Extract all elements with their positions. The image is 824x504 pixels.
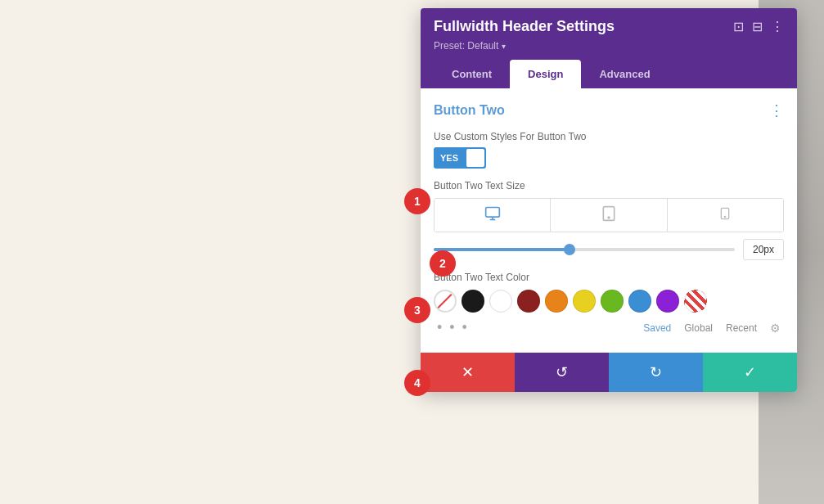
slider-value[interactable]: 20px bbox=[743, 239, 784, 260]
global-tab[interactable]: Global bbox=[684, 322, 713, 334]
undo-button[interactable]: ↺ bbox=[515, 353, 609, 392]
color-swatch-purple[interactable] bbox=[656, 290, 679, 313]
panel-header-icons: ⊡ ⊟ ⋮ bbox=[733, 19, 784, 34]
dots-saved-row: • • • Saved Global Recent ⚙ bbox=[434, 313, 784, 340]
toggle-row: Use Custom Styles For Button Two YES bbox=[434, 131, 784, 169]
size-desktop-btn[interactable] bbox=[435, 199, 551, 232]
size-label: Button Two Text Size bbox=[434, 180, 784, 191]
color-swatch-yellow[interactable] bbox=[573, 290, 596, 313]
minimize-icon[interactable]: ⊡ bbox=[733, 19, 744, 34]
panel-header-top: Fullwidth Header Settings ⊡ ⊟ ⋮ bbox=[434, 18, 784, 35]
color-row bbox=[434, 290, 784, 313]
badge-1: 1 bbox=[404, 188, 430, 214]
size-mobile-btn[interactable] bbox=[668, 199, 783, 232]
color-swatch-striped[interactable] bbox=[684, 290, 707, 313]
expand-icon[interactable]: ⊟ bbox=[752, 19, 763, 34]
slider-fill bbox=[434, 248, 570, 251]
redo-button[interactable]: ↻ bbox=[609, 353, 703, 392]
svg-point-6 bbox=[725, 216, 726, 217]
color-swatch-green[interactable] bbox=[601, 290, 624, 313]
cancel-button[interactable]: ✕ bbox=[421, 353, 515, 392]
settings-panel: Fullwidth Header Settings ⊡ ⊟ ⋮ Preset: … bbox=[421, 8, 797, 392]
panel-preset[interactable]: Preset: Default ▾ bbox=[434, 40, 784, 52]
section-header: Button Two ⋮ bbox=[434, 101, 784, 119]
color-swatch-black[interactable] bbox=[462, 290, 484, 313]
gear-icon[interactable]: ⚙ bbox=[770, 322, 781, 335]
badge-4: 4 bbox=[404, 370, 430, 396]
slider-thumb[interactable] bbox=[564, 244, 575, 255]
tab-design[interactable]: Design bbox=[510, 60, 581, 88]
three-dots[interactable]: • • • bbox=[437, 319, 469, 336]
size-tablet-btn[interactable] bbox=[551, 199, 667, 232]
color-swatch-blue[interactable] bbox=[628, 290, 651, 313]
panel-header: Fullwidth Header Settings ⊡ ⊟ ⋮ Preset: … bbox=[421, 8, 797, 88]
color-swatch-orange[interactable] bbox=[545, 290, 568, 313]
panel-body: Button Two ⋮ Use Custom Styles For Butto… bbox=[421, 88, 797, 353]
slider-track[interactable] bbox=[434, 248, 735, 251]
color-swatch-white[interactable] bbox=[489, 290, 512, 313]
more-icon[interactable]: ⋮ bbox=[771, 19, 784, 34]
toggle-slider-thumb bbox=[466, 149, 484, 167]
slider-row: 20px bbox=[434, 239, 784, 260]
color-label: Button Two Text Color bbox=[434, 272, 784, 283]
tab-content[interactable]: Content bbox=[434, 60, 510, 88]
color-swatch-transparent[interactable] bbox=[434, 290, 457, 313]
saved-row: Saved Global Recent ⚙ bbox=[643, 322, 781, 335]
action-bar: ✕ ↺ ↻ ✓ bbox=[421, 353, 797, 392]
color-swatch-brown-red[interactable] bbox=[517, 290, 540, 313]
badge-2: 2 bbox=[430, 250, 456, 277]
panel-tabs: Content Design Advanced bbox=[434, 60, 784, 88]
panel-title: Fullwidth Header Settings bbox=[434, 18, 615, 35]
saved-tab[interactable]: Saved bbox=[643, 322, 671, 334]
recent-tab[interactable]: Recent bbox=[726, 322, 757, 334]
preset-arrow: ▾ bbox=[502, 42, 506, 51]
toggle-label: Use Custom Styles For Button Two bbox=[434, 131, 784, 142]
toggle-switch[interactable]: YES bbox=[434, 147, 486, 169]
section-menu-icon[interactable]: ⋮ bbox=[769, 101, 784, 119]
svg-point-4 bbox=[608, 217, 610, 218]
section-title: Button Two bbox=[434, 103, 505, 118]
save-button[interactable]: ✓ bbox=[703, 353, 797, 392]
size-icons-row bbox=[434, 198, 784, 232]
badge-3: 3 bbox=[404, 297, 430, 323]
toggle-yes-label: YES bbox=[434, 149, 465, 167]
tab-advanced[interactable]: Advanced bbox=[581, 60, 668, 88]
svg-rect-0 bbox=[485, 208, 499, 218]
